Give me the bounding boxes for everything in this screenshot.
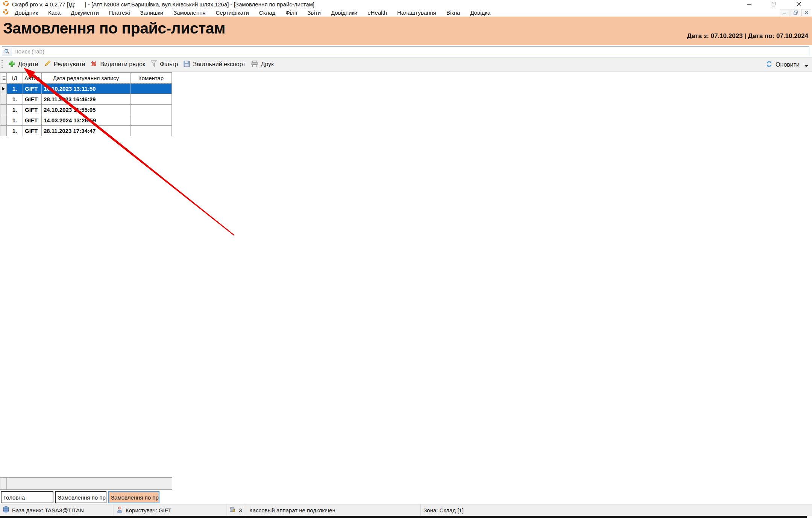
- delete-row-button[interactable]: Видалити рядок: [90, 60, 145, 69]
- search-icon[interactable]: [2, 47, 12, 56]
- taskbar-edge: [0, 516, 807, 518]
- status-database: База даних: TASA3@TITAN: [0, 504, 114, 516]
- print-button[interactable]: Друк: [251, 60, 274, 69]
- menu-zalyshky[interactable]: Залишки: [140, 9, 164, 16]
- user-icon: [117, 506, 123, 514]
- search-box: [2, 46, 809, 56]
- database-icon: [3, 506, 9, 514]
- search-input[interactable]: [12, 47, 809, 55]
- status-bar: База даних: TASA3@TITAN Користувач: GIFT…: [0, 504, 812, 516]
- search-row: [0, 45, 812, 57]
- menu-sklad[interactable]: Склад: [259, 9, 275, 16]
- mdi-close-button[interactable]: [801, 9, 811, 16]
- current-row-marker-icon: [2, 87, 5, 91]
- column-header-comment[interactable]: Коментар: [131, 73, 172, 84]
- edit-button[interactable]: Редагувати: [44, 60, 85, 69]
- refresh-icon: [765, 60, 773, 69]
- printer-icon: [251, 60, 258, 69]
- menu-nalashtuvannya[interactable]: Налаштування: [397, 9, 436, 16]
- menu-zamovlennya[interactable]: Замовлення: [173, 9, 205, 16]
- column-header-date[interactable]: Дата редагування запису: [42, 73, 131, 84]
- mdi-restore-button[interactable]: [791, 9, 800, 16]
- scrollbar-button[interactable]: [0, 478, 7, 489]
- app-logo-icon-small: [3, 9, 9, 16]
- tab-zamovlennya-2-active[interactable]: Замовлення по прайс ...: [108, 491, 159, 503]
- menu-dovidnyky[interactable]: Довідники: [331, 9, 357, 16]
- row-selector-cell: [0, 126, 7, 136]
- window-controls: [741, 0, 812, 8]
- status-cash-register: Кассовый аппарат не подключен: [246, 504, 420, 516]
- pencil-icon: [44, 60, 51, 69]
- funnel-icon: [150, 60, 157, 69]
- tab-zamovlennya-1[interactable]: Замовлення по прайс ...: [55, 491, 106, 503]
- add-button[interactable]: Додати: [8, 60, 38, 69]
- status-zone: Зона: Склад [1]: [420, 504, 812, 516]
- table-header-row: ІД Автор Дата редагування запису Комента…: [0, 73, 172, 84]
- filter-button[interactable]: Фільтр: [150, 60, 178, 69]
- minimize-button[interactable]: [741, 0, 758, 8]
- add-plus-icon: [8, 60, 15, 69]
- mdi-minimize-button[interactable]: [780, 9, 789, 16]
- refresh-button[interactable]: Оновити: [765, 58, 808, 72]
- table-row[interactable]: 1. GIFT 16.10.2023 13:11:50: [0, 84, 172, 94]
- page-title: Замовлення по прайс-листам: [3, 20, 225, 37]
- date-range-label: Дата з: 07.10.2023 | Дата по: 07.10.2024: [687, 32, 808, 40]
- menu-kasa[interactable]: Каса: [48, 9, 61, 16]
- menu-dokumenty[interactable]: Документи: [71, 9, 99, 16]
- cash-register-icon: [229, 507, 236, 514]
- table-row[interactable]: 1. GIFT 28.11.2023 17:34:47: [0, 126, 172, 136]
- menu-bar: Довідник Каса Документи Платежі Залишки …: [0, 8, 812, 17]
- table-row[interactable]: 1. GIFT 14.03.2024 13:26:59: [0, 115, 172, 126]
- grid-corner-icon[interactable]: [0, 73, 7, 84]
- column-header-author[interactable]: Автор: [23, 73, 42, 84]
- status-devices: 3: [226, 504, 246, 516]
- row-selector-cell: [0, 115, 7, 126]
- menu-platezhi[interactable]: Платежі: [109, 9, 130, 16]
- status-user: Користувач: GIFT: [114, 504, 226, 516]
- restore-button[interactable]: [765, 0, 783, 8]
- title-bar: Скарб pro v. 4.0.2.77 [ІД: | - [Апт №003…: [0, 0, 812, 8]
- tab-holovna[interactable]: Головна: [1, 491, 53, 503]
- red-x-icon: [90, 60, 97, 69]
- close-button[interactable]: [790, 0, 807, 8]
- window-tabs: Головна Замовлення по прайс ... Замовлен…: [0, 491, 812, 504]
- floppy-disk-icon: [183, 60, 190, 69]
- menu-filii[interactable]: Філії: [285, 9, 297, 16]
- toolbar: Додати Редагувати Видалити рядок Фільтр …: [0, 57, 812, 72]
- mdi-window-controls: [780, 9, 811, 16]
- menu-vikna[interactable]: Вікна: [446, 9, 460, 16]
- window-title: Скарб pro v. 4.0.2.77 [ІД: | - [Апт №003…: [12, 1, 314, 8]
- row-selector-cell: [0, 84, 7, 94]
- toolbar-grip[interactable]: [1, 59, 3, 69]
- menu-sertyfikaty[interactable]: Сертифікати: [216, 9, 249, 16]
- column-header-id[interactable]: ІД: [7, 73, 23, 84]
- app-logo-icon: [3, 0, 9, 8]
- menu-ehealth[interactable]: eHealth: [367, 9, 387, 16]
- export-button[interactable]: Загальний експорт: [183, 60, 245, 69]
- table-row[interactable]: 1. GIFT 28.11.2023 16:46:29: [0, 94, 172, 105]
- menu-dovidnyk[interactable]: Довідник: [15, 9, 38, 16]
- table-row[interactable]: 1. GIFT 24.10.2023 11:55:05: [0, 105, 172, 115]
- horizontal-scrollbar[interactable]: [0, 477, 172, 490]
- row-selector-cell: [0, 94, 7, 105]
- refresh-dropdown-caret[interactable]: [804, 65, 808, 67]
- page-header: Замовлення по прайс-листам Дата з: 07.10…: [0, 17, 812, 45]
- menu-zvity[interactable]: Звіти: [307, 9, 321, 16]
- row-selector-cell: [0, 105, 7, 115]
- orders-table: ІД Автор Дата редагування запису Комента…: [0, 72, 172, 136]
- menu-items: Довідник Каса Документи Платежі Залишки …: [15, 9, 490, 16]
- menu-dovidka[interactable]: Довідка: [470, 9, 490, 16]
